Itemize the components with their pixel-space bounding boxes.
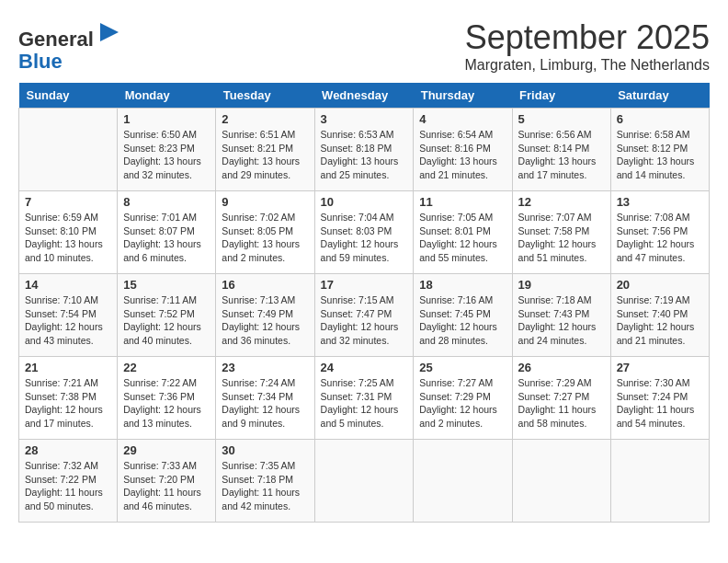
calendar-week-row: 7Sunrise: 6:59 AM Sunset: 8:10 PM Daylig… [19, 191, 710, 274]
day-info: Sunrise: 7:08 AM Sunset: 7:56 PM Dayligh… [617, 211, 703, 265]
day-number: 27 [617, 361, 703, 374]
calendar-cell: 27Sunrise: 7:30 AM Sunset: 7:24 PM Dayli… [610, 357, 709, 440]
day-number: 16 [222, 278, 308, 292]
day-info: Sunrise: 7:19 AM Sunset: 7:40 PM Dayligh… [617, 293, 703, 348]
calendar-week-row: 1Sunrise: 6:50 AM Sunset: 8:23 PM Daylig… [19, 109, 710, 191]
weekday-header: Monday [118, 83, 216, 109]
day-info: Sunrise: 7:27 AM Sunset: 7:29 PM Dayligh… [419, 376, 506, 431]
day-info: Sunrise: 7:30 AM Sunset: 7:24 PM Dayligh… [617, 376, 703, 431]
day-info: Sunrise: 7:25 AM Sunset: 7:31 PM Dayligh… [321, 376, 408, 431]
weekday-header: Wednesday [314, 83, 414, 109]
calendar-cell: 6Sunrise: 6:58 AM Sunset: 8:12 PM Daylig… [610, 109, 709, 191]
calendar-cell: 18Sunrise: 7:16 AM Sunset: 7:45 PM Dayli… [414, 274, 512, 357]
calendar-cell: 2Sunrise: 6:51 AM Sunset: 8:21 PM Daylig… [216, 109, 314, 191]
day-info: Sunrise: 7:21 AM Sunset: 7:38 PM Dayligh… [25, 376, 111, 431]
calendar-cell: 25Sunrise: 7:27 AM Sunset: 7:29 PM Dayli… [414, 357, 512, 440]
calendar-cell: 11Sunrise: 7:05 AM Sunset: 8:01 PM Dayli… [414, 191, 512, 274]
day-number: 9 [222, 195, 308, 209]
calendar-cell: 30Sunrise: 7:35 AM Sunset: 7:18 PM Dayli… [216, 440, 314, 523]
day-number: 28 [25, 443, 111, 457]
day-number: 1 [123, 112, 210, 126]
day-number: 26 [518, 361, 605, 374]
day-number: 23 [222, 361, 308, 374]
calendar-cell: 13Sunrise: 7:08 AM Sunset: 7:56 PM Dayli… [610, 191, 709, 274]
header-row: SundayMondayTuesdayWednesdayThursdayFrid… [19, 83, 710, 109]
calendar-cell: 7Sunrise: 6:59 AM Sunset: 8:10 PM Daylig… [19, 191, 118, 274]
calendar-cell: 1Sunrise: 6:50 AM Sunset: 8:23 PM Daylig… [118, 109, 216, 191]
day-number: 12 [518, 195, 605, 209]
day-info: Sunrise: 7:32 AM Sunset: 7:22 PM Dayligh… [25, 459, 111, 513]
day-number: 4 [419, 112, 506, 126]
calendar-week-row: 21Sunrise: 7:21 AM Sunset: 7:38 PM Dayli… [19, 357, 710, 440]
calendar-cell [512, 440, 610, 523]
calendar-cell: 23Sunrise: 7:24 AM Sunset: 7:34 PM Dayli… [216, 357, 314, 440]
calendar-cell: 9Sunrise: 7:02 AM Sunset: 8:05 PM Daylig… [216, 191, 314, 274]
page-header: General Blue September 2025 Margraten, L… [18, 18, 710, 74]
calendar-cell: 22Sunrise: 7:22 AM Sunset: 7:36 PM Dayli… [118, 357, 216, 440]
day-info: Sunrise: 7:02 AM Sunset: 8:05 PM Dayligh… [222, 211, 308, 265]
day-info: Sunrise: 6:54 AM Sunset: 8:16 PM Dayligh… [419, 128, 506, 182]
logo-line1: General [18, 28, 94, 51]
calendar-cell: 21Sunrise: 7:21 AM Sunset: 7:38 PM Dayli… [19, 357, 118, 440]
day-number: 22 [123, 361, 210, 374]
day-number: 5 [518, 112, 605, 126]
calendar-week-row: 28Sunrise: 7:32 AM Sunset: 7:22 PM Dayli… [19, 440, 710, 523]
day-number: 6 [617, 112, 703, 126]
day-info: Sunrise: 7:04 AM Sunset: 8:03 PM Dayligh… [321, 211, 408, 265]
calendar-cell: 8Sunrise: 7:01 AM Sunset: 8:07 PM Daylig… [118, 191, 216, 274]
calendar-cell: 20Sunrise: 7:19 AM Sunset: 7:40 PM Dayli… [610, 274, 709, 357]
calendar-cell: 10Sunrise: 7:04 AM Sunset: 8:03 PM Dayli… [314, 191, 414, 274]
day-number: 8 [123, 195, 210, 209]
day-info: Sunrise: 7:07 AM Sunset: 7:58 PM Dayligh… [518, 211, 605, 265]
calendar-cell [610, 440, 709, 523]
day-info: Sunrise: 6:53 AM Sunset: 8:18 PM Dayligh… [321, 128, 408, 182]
day-info: Sunrise: 7:29 AM Sunset: 7:27 PM Dayligh… [518, 376, 605, 431]
day-number: 19 [518, 278, 605, 292]
day-number: 15 [123, 278, 210, 292]
weekday-header: Saturday [610, 83, 709, 109]
weekday-header: Friday [512, 83, 610, 109]
day-info: Sunrise: 7:01 AM Sunset: 8:07 PM Dayligh… [123, 211, 210, 265]
calendar-cell [314, 440, 414, 523]
calendar-cell: 14Sunrise: 7:10 AM Sunset: 7:54 PM Dayli… [19, 274, 118, 357]
calendar-cell: 17Sunrise: 7:15 AM Sunset: 7:47 PM Dayli… [314, 274, 414, 357]
day-number: 21 [25, 361, 111, 374]
calendar-cell: 3Sunrise: 6:53 AM Sunset: 8:18 PM Daylig… [314, 109, 414, 191]
day-number: 2 [222, 112, 308, 126]
day-number: 7 [25, 195, 111, 209]
title-block: September 2025 Margraten, Limburg, The N… [464, 18, 710, 74]
calendar-cell: 4Sunrise: 6:54 AM Sunset: 8:16 PM Daylig… [414, 109, 512, 191]
day-info: Sunrise: 7:18 AM Sunset: 7:43 PM Dayligh… [518, 293, 605, 348]
month-title: September 2025 [464, 18, 710, 57]
weekday-header: Thursday [414, 83, 512, 109]
day-info: Sunrise: 7:10 AM Sunset: 7:54 PM Dayligh… [25, 293, 111, 348]
day-number: 25 [419, 361, 506, 374]
day-number: 18 [419, 278, 506, 292]
calendar-cell: 19Sunrise: 7:18 AM Sunset: 7:43 PM Dayli… [512, 274, 610, 357]
calendar-cell: 28Sunrise: 7:32 AM Sunset: 7:22 PM Dayli… [19, 440, 118, 523]
day-number: 24 [321, 361, 408, 374]
day-number: 30 [222, 443, 308, 457]
calendar-cell [414, 440, 512, 523]
day-number: 3 [321, 112, 408, 126]
day-number: 20 [617, 278, 703, 292]
day-number: 13 [617, 195, 703, 209]
logo-arrow-icon [96, 18, 123, 46]
logo-line2: Blue [18, 50, 63, 73]
weekday-header: Tuesday [216, 83, 314, 109]
day-info: Sunrise: 6:51 AM Sunset: 8:21 PM Dayligh… [222, 128, 308, 182]
calendar-cell: 29Sunrise: 7:33 AM Sunset: 7:20 PM Dayli… [118, 440, 216, 523]
location: Margraten, Limburg, The Netherlands [464, 57, 710, 74]
logo-text: General Blue [18, 18, 123, 73]
weekday-header: Sunday [19, 83, 118, 109]
day-number: 17 [321, 278, 408, 292]
day-info: Sunrise: 7:05 AM Sunset: 8:01 PM Dayligh… [419, 211, 506, 265]
calendar-cell: 5Sunrise: 6:56 AM Sunset: 8:14 PM Daylig… [512, 109, 610, 191]
day-info: Sunrise: 6:56 AM Sunset: 8:14 PM Dayligh… [518, 128, 605, 182]
calendar-week-row: 14Sunrise: 7:10 AM Sunset: 7:54 PM Dayli… [19, 274, 710, 357]
day-info: Sunrise: 7:22 AM Sunset: 7:36 PM Dayligh… [123, 376, 210, 431]
day-info: Sunrise: 7:35 AM Sunset: 7:18 PM Dayligh… [222, 459, 308, 513]
day-number: 10 [321, 195, 408, 209]
day-info: Sunrise: 6:59 AM Sunset: 8:10 PM Dayligh… [25, 211, 111, 265]
calendar-cell: 24Sunrise: 7:25 AM Sunset: 7:31 PM Dayli… [314, 357, 414, 440]
